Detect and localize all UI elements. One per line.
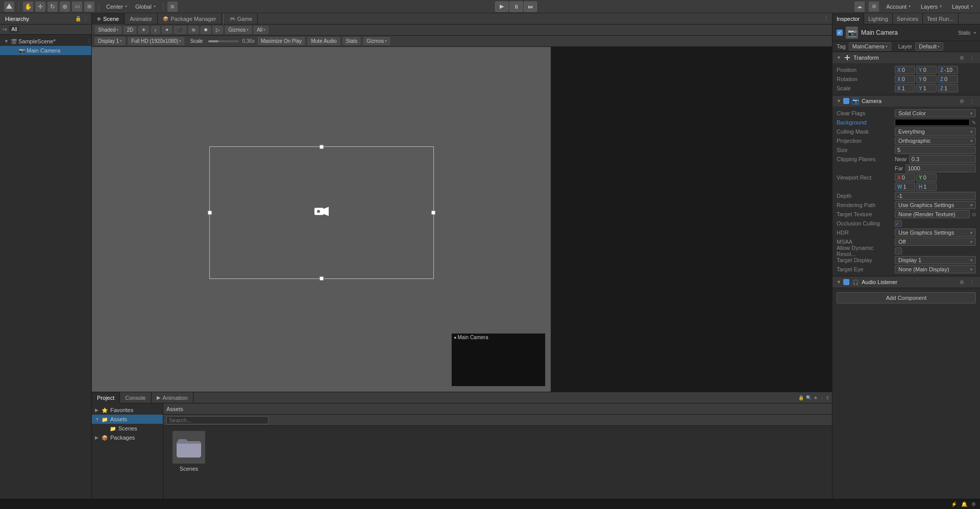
audio-more-icon[interactable]: ⋮ xyxy=(968,279,976,286)
culling-mask-dropdown[interactable]: Everything ▾ xyxy=(895,128,976,136)
scale-z-field[interactable]: Z 1 xyxy=(938,84,958,92)
favorites-item[interactable]: ▶ ⭐ Favorites xyxy=(92,405,163,415)
viewport-w-field[interactable]: W 1 xyxy=(895,183,915,191)
play-button[interactable]: ▶ xyxy=(495,2,508,12)
scale-y-field[interactable]: Y 1 xyxy=(916,84,937,92)
scene-more-icon[interactable]: ⋮ xyxy=(87,39,91,44)
scale-slider[interactable] xyxy=(208,40,239,42)
project-star-icon[interactable]: ★ xyxy=(814,395,818,400)
target-eye-dropdown[interactable]: None (Main Display) ▾ xyxy=(895,265,976,273)
game-resolution-dropdown[interactable]: Full HD (1920x1080) ▾ xyxy=(128,37,184,45)
camera-more-icon[interactable]: ⋮ xyxy=(968,98,976,105)
package-manager-tab[interactable]: 📦 Package Manager xyxy=(158,13,222,24)
size-input[interactable]: 5 xyxy=(895,146,976,154)
rotation-x-field[interactable]: X 0 xyxy=(895,75,915,83)
viewport-x-field[interactable]: X 0 xyxy=(895,173,915,182)
fx-toggle[interactable]: ✦ xyxy=(162,26,172,34)
status-icon-2[interactable]: 🔔 xyxy=(961,501,967,507)
viewport-h-field[interactable]: H 1 xyxy=(916,183,937,191)
dynamic-res-checkbox[interactable] xyxy=(895,247,902,254)
layout-button[interactable]: Layout ▾ xyxy=(949,3,976,11)
frustum-handle-top[interactable] xyxy=(320,145,324,149)
camera-enable-checkbox[interactable] xyxy=(843,98,849,104)
transform-more-icon[interactable]: ⋮ xyxy=(968,55,976,61)
unity-logo-icon[interactable] xyxy=(4,2,14,12)
audio-settings-icon[interactable]: ⚙ xyxy=(958,279,966,286)
game-gizmos-btn[interactable]: Gizmos ▾ xyxy=(363,37,390,45)
center-button[interactable]: Center ▾ xyxy=(103,3,130,11)
hand-tool-icon[interactable]: ✋ xyxy=(23,2,33,12)
background-color-picker[interactable] xyxy=(895,119,970,126)
lighting-toggle[interactable]: ☀ xyxy=(138,26,149,34)
layers-button[interactable]: Layers ▾ xyxy=(918,3,945,11)
position-z-field[interactable]: Z -10 xyxy=(938,66,958,74)
hdr-dropdown[interactable]: Use Graphics Settings ▾ xyxy=(895,228,976,237)
project-tab[interactable]: Project xyxy=(92,392,120,403)
hierarchy-all-tab[interactable]: All xyxy=(9,26,19,33)
static-dropdown-icon[interactable]: ▾ xyxy=(974,31,976,35)
test-runner-tab[interactable]: Test Run... xyxy=(923,13,959,24)
view-tabs-more-icon[interactable]: ⋮ xyxy=(820,15,832,22)
assets-item[interactable]: ▼ 📁 Assets xyxy=(92,415,163,424)
inspector-tab[interactable]: Inspector xyxy=(832,13,864,24)
project-lock-icon[interactable]: 🔒 xyxy=(798,395,804,400)
game-view[interactable] xyxy=(551,47,832,392)
hierarchy-lock-icon[interactable]: 🔒 xyxy=(75,16,81,21)
lighting-tab[interactable]: Lighting xyxy=(864,13,893,24)
2d-button[interactable]: 2D xyxy=(124,26,136,34)
audio-enable-checkbox[interactable] xyxy=(843,279,849,285)
near-input[interactable]: 0.3 xyxy=(909,155,976,163)
hierarchy-camera-item[interactable]: 📷 Main Camera xyxy=(0,46,91,55)
console-tab[interactable]: Console xyxy=(120,392,151,403)
frustum-handle-bottom[interactable] xyxy=(320,276,324,281)
projection-dropdown[interactable]: Orthographic ▾ xyxy=(895,137,976,145)
project-search-icon[interactable]: 🔍 xyxy=(806,395,812,400)
audio-listener-header[interactable]: ▼ 🎧 Audio Listener ⚙ ⋮ xyxy=(832,276,980,288)
project-more-icon[interactable]: ⋮ xyxy=(820,395,824,400)
target-texture-dropdown[interactable]: None (Render Texture) xyxy=(895,210,970,218)
occlusion-checkbox[interactable]: ✓ xyxy=(895,220,902,227)
mute-audio-btn[interactable]: Mute Audio xyxy=(308,37,339,45)
background-edit-icon[interactable]: ✎ xyxy=(972,120,976,125)
scale-tool-icon[interactable]: ⊕ xyxy=(60,2,70,12)
packages-item[interactable]: ▶ 📦 Packages xyxy=(92,433,163,442)
account-button[interactable]: Account ▾ xyxy=(883,3,914,11)
hierarchy-tab[interactable]: Hierarchy xyxy=(3,15,31,23)
scene-all-filter[interactable]: All ▾ xyxy=(254,26,268,34)
audio-toggle[interactable]: ♪ xyxy=(151,26,160,34)
move-tool-icon[interactable]: ✛ xyxy=(35,2,45,12)
shading-dropdown[interactable]: Shaded ▾ xyxy=(95,26,121,34)
layer-value-dropdown[interactable]: Default ▾ xyxy=(915,42,943,50)
far-input[interactable]: 1000 xyxy=(905,164,976,172)
depth-input[interactable]: -1 xyxy=(895,192,976,200)
clear-flags-dropdown[interactable]: Solid Color ▾ xyxy=(895,109,976,117)
services-tab[interactable]: Services xyxy=(893,13,923,24)
maximize-on-play-btn[interactable]: Maximize On Play xyxy=(258,37,305,45)
status-icon-3[interactable]: ⚙ xyxy=(971,501,976,507)
scene-tab[interactable]: ⊕ Scene xyxy=(92,13,125,24)
rotation-z-field[interactable]: Z 0 xyxy=(938,75,958,83)
rendering-path-dropdown[interactable]: Use Graphics Settings ▾ xyxy=(895,201,976,209)
animation-tab[interactable]: ▶ Animation xyxy=(152,392,193,403)
scenes-asset-item[interactable]: Scenes xyxy=(168,431,209,494)
animated-toggle[interactable]: ▷ xyxy=(213,26,223,34)
transform-tool-icon[interactable]: ⊞ xyxy=(84,2,94,12)
rotation-y-field[interactable]: Y 0 xyxy=(916,75,937,83)
hierarchy-add-icon[interactable]: +▾ xyxy=(2,27,7,32)
global-button[interactable]: Global ▾ xyxy=(132,3,159,11)
tag-value-dropdown[interactable]: MainCamera ▾ xyxy=(849,42,891,50)
viewport-y-field[interactable]: Y 0 xyxy=(916,173,937,182)
step-button[interactable]: ⏭ xyxy=(524,2,537,12)
scale-x-field[interactable]: X 1 xyxy=(895,84,915,92)
snap-icon[interactable]: ⊞ xyxy=(167,2,178,12)
camera-settings-icon[interactable]: ⚙ xyxy=(958,98,966,105)
skybox-toggle[interactable]: ⬛ xyxy=(174,26,186,34)
status-icon-1[interactable]: ⚡ xyxy=(951,501,957,507)
animator-tab[interactable]: Animator xyxy=(125,13,158,24)
flares-toggle[interactable]: ✸ xyxy=(201,26,211,34)
target-display-dropdown[interactable]: Display 1 ▾ xyxy=(895,256,976,264)
fog-toggle[interactable]: ≋ xyxy=(188,26,199,34)
collab-icon[interactable]: ☁ xyxy=(854,2,865,12)
object-enable-checkbox[interactable]: ✓ xyxy=(837,30,843,36)
frustum-handle-right[interactable] xyxy=(431,211,435,215)
